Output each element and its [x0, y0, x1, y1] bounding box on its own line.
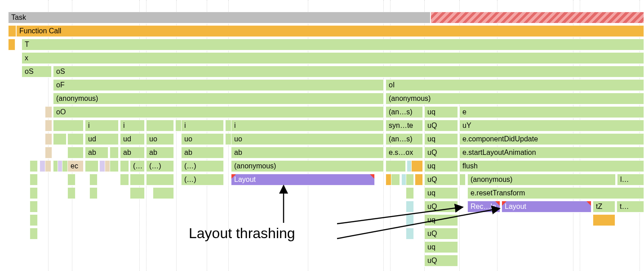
flame-bar[interactable]	[386, 160, 406, 172]
flame-bar[interactable]	[89, 187, 98, 199]
flame-bar[interactable]: x	[22, 52, 644, 64]
flame-bar[interactable]: i	[120, 120, 145, 131]
flame-bar[interactable]: (anonymous)	[386, 93, 644, 104]
flame-bar[interactable]: e.startLayoutAnimation	[459, 147, 644, 158]
flame-bar[interactable]: tZ	[593, 201, 615, 212]
flame-bar[interactable]: l…	[617, 174, 644, 185]
flame-bar[interactable]	[175, 120, 182, 131]
flame-bar[interactable]: syn…te	[386, 120, 423, 131]
flame-bar[interactable]: i	[231, 120, 384, 131]
flame-bar[interactable]: e.componentDidUpdate	[459, 133, 644, 145]
flame-bar[interactable]	[406, 187, 414, 199]
flame-bar[interactable]: t…	[617, 201, 644, 212]
flame-bar[interactable]	[146, 120, 174, 131]
flame-bar[interactable]: oF	[53, 79, 384, 91]
flame-bar[interactable]	[30, 228, 38, 239]
flame-bar[interactable]: uq	[424, 187, 458, 199]
flame-bar[interactable]	[120, 160, 129, 172]
flame-bar[interactable]: (…)	[146, 160, 174, 172]
flame-bar[interactable]: uQ	[424, 228, 458, 239]
flame-bar[interactable]	[406, 214, 414, 226]
flame-bar[interactable]	[120, 174, 129, 185]
flame-bar[interactable]: ab	[85, 147, 108, 158]
flame-bar[interactable]: e.resetTransform	[467, 187, 644, 199]
flame-bar[interactable]: oI	[386, 79, 644, 91]
flame-bar[interactable]: flush	[459, 160, 644, 172]
flame-bar[interactable]	[411, 160, 423, 172]
flame-bar[interactable]	[406, 201, 414, 212]
flame-bar[interactable]	[30, 160, 38, 172]
flame-bar[interactable]: Task	[8, 12, 431, 23]
flame-bar[interactable]	[45, 160, 51, 172]
flame-bar[interactable]: uq	[424, 106, 458, 118]
flame-bar[interactable]	[406, 174, 414, 185]
flame-bar[interactable]: uo	[231, 133, 384, 145]
flame-bar[interactable]	[8, 39, 15, 50]
flame-bar[interactable]: Rec…le	[467, 201, 500, 212]
flame-bar[interactable]: uq	[424, 241, 458, 253]
flame-bar[interactable]: e.s…ox	[386, 147, 423, 158]
flame-bar[interactable]	[110, 160, 119, 172]
flame-bar[interactable]: ab	[231, 147, 384, 158]
flame-bar[interactable]: uQ	[424, 147, 458, 158]
flame-bar[interactable]	[53, 120, 84, 131]
flame-bar[interactable]: i	[181, 120, 224, 131]
flame-bar[interactable]: uQ	[424, 201, 458, 212]
flame-bar[interactable]	[30, 201, 38, 212]
flame-bar[interactable]	[45, 147, 52, 158]
flame-bar[interactable]: uq	[424, 133, 458, 145]
flame-bar[interactable]: uo	[181, 133, 224, 145]
flame-bar[interactable]: (…)	[181, 174, 224, 185]
flame-bar[interactable]	[67, 174, 76, 185]
flame-bar[interactable]	[45, 133, 52, 145]
flame-bar[interactable]	[225, 120, 231, 131]
flame-bar[interactable]: ab	[181, 147, 224, 158]
flame-bar[interactable]	[406, 228, 414, 239]
flame-bar[interactable]: ud	[120, 133, 145, 145]
flame-bar[interactable]	[67, 187, 76, 199]
flame-bar[interactable]	[30, 187, 38, 199]
flame-bar[interactable]: (…)	[181, 160, 224, 172]
flame-bar[interactable]	[130, 174, 145, 185]
flame-bar[interactable]	[30, 174, 38, 185]
flame-bar[interactable]: (anonymous)	[231, 160, 384, 172]
flame-bar[interactable]: oS	[22, 66, 52, 77]
flame-bar[interactable]	[67, 133, 84, 145]
flame-bar[interactable]: (anonymous)	[467, 174, 616, 185]
flame-bar[interactable]: ud	[85, 133, 119, 145]
flame-bar[interactable]: oS	[53, 66, 644, 77]
flame-bar[interactable]: ab	[146, 147, 174, 158]
flame-bar[interactable]: (…	[130, 160, 145, 172]
flame-bar[interactable]: Layout	[231, 174, 375, 185]
flame-bar[interactable]: Layout	[502, 201, 591, 212]
flame-bar[interactable]: ec	[67, 160, 84, 172]
flame-bar[interactable]	[110, 147, 119, 158]
flame-bar[interactable]: Function Call	[16, 25, 644, 37]
flame-bar[interactable]: i	[85, 120, 119, 131]
flame-bar[interactable]: T	[22, 39, 644, 50]
flame-bar[interactable]: uq	[424, 160, 458, 172]
flame-bar[interactable]: (anonymous)	[53, 93, 384, 104]
flame-bar[interactable]: (an…s)	[386, 133, 423, 145]
flame-bar[interactable]	[415, 174, 423, 185]
flame-bar[interactable]: oO	[53, 106, 384, 118]
flame-bar[interactable]	[67, 147, 84, 158]
flame-bar[interactable]	[130, 187, 145, 199]
flame-bar[interactable]	[431, 12, 644, 23]
flame-bar[interactable]: uQ	[424, 255, 458, 266]
flame-bar[interactable]: uq	[424, 214, 458, 226]
flame-bar[interactable]	[146, 174, 174, 185]
flame-bar[interactable]: uY	[459, 120, 644, 131]
flame-bar[interactable]	[30, 214, 38, 226]
flame-bar[interactable]	[45, 120, 52, 131]
flame-bar[interactable]	[153, 187, 174, 199]
flame-bar[interactable]: e	[459, 106, 644, 118]
flame-bar[interactable]: uQ	[424, 174, 458, 185]
flame-bar[interactable]: uQ	[424, 120, 458, 131]
flame-bar[interactable]	[225, 133, 231, 145]
flame-bar[interactable]	[53, 133, 67, 145]
flame-bar[interactable]	[85, 160, 98, 172]
flame-bar[interactable]	[45, 106, 52, 118]
flame-bar[interactable]	[8, 25, 16, 37]
flame-bar[interactable]	[89, 174, 98, 185]
